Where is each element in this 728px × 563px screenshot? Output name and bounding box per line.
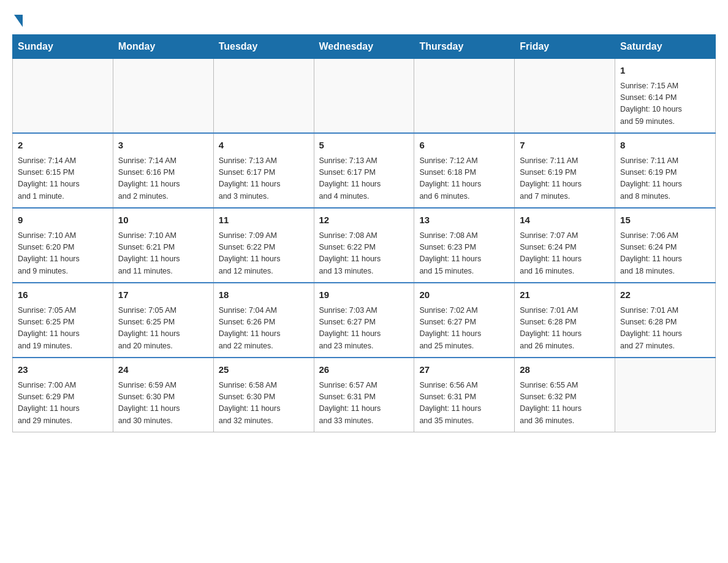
calendar-header-row: SundayMondayTuesdayWednesdayThursdayFrid… xyxy=(13,35,716,59)
logo-arrow-icon xyxy=(14,15,23,27)
calendar-cell: 2Sunrise: 7:14 AMSunset: 6:15 PMDaylight… xyxy=(13,133,113,208)
calendar-cell: 28Sunrise: 6:55 AMSunset: 6:32 PMDayligh… xyxy=(515,358,615,432)
day-info: Sunrise: 7:00 AMSunset: 6:29 PMDaylight:… xyxy=(18,380,108,427)
calendar-cell xyxy=(113,59,213,134)
weekday-header-tuesday: Tuesday xyxy=(213,35,314,59)
day-info: Sunrise: 7:11 AMSunset: 6:19 PMDaylight:… xyxy=(520,155,610,203)
day-number: 25 xyxy=(219,363,309,377)
logo-top xyxy=(12,12,23,27)
day-number: 12 xyxy=(319,213,409,228)
day-info: Sunrise: 7:01 AMSunset: 6:28 PMDaylight:… xyxy=(520,305,610,353)
calendar-cell xyxy=(615,358,716,432)
weekday-header-wednesday: Wednesday xyxy=(314,35,414,59)
calendar-cell: 3Sunrise: 7:14 AMSunset: 6:16 PMDaylight… xyxy=(113,133,213,208)
calendar-cell xyxy=(515,59,615,134)
day-info: Sunrise: 7:09 AMSunset: 6:22 PMDaylight:… xyxy=(219,230,309,278)
day-number: 16 xyxy=(18,288,108,302)
day-info: Sunrise: 6:59 AMSunset: 6:30 PMDaylight:… xyxy=(118,380,208,427)
day-number: 24 xyxy=(118,363,208,377)
calendar-week-row: 23Sunrise: 7:00 AMSunset: 6:29 PMDayligh… xyxy=(13,358,716,432)
calendar-cell xyxy=(414,59,515,134)
day-info: Sunrise: 7:14 AMSunset: 6:15 PMDaylight:… xyxy=(18,155,108,203)
day-info: Sunrise: 7:13 AMSunset: 6:17 PMDaylight:… xyxy=(219,155,309,203)
calendar-cell: 1Sunrise: 7:15 AMSunset: 6:14 PMDaylight… xyxy=(615,59,716,134)
day-info: Sunrise: 7:02 AMSunset: 6:27 PMDaylight:… xyxy=(419,305,509,353)
day-info: Sunrise: 7:05 AMSunset: 6:25 PMDaylight:… xyxy=(18,305,108,353)
day-info: Sunrise: 7:13 AMSunset: 6:17 PMDaylight:… xyxy=(319,155,409,203)
calendar-cell: 14Sunrise: 7:07 AMSunset: 6:24 PMDayligh… xyxy=(515,208,615,283)
logo xyxy=(12,12,23,25)
calendar-cell: 19Sunrise: 7:03 AMSunset: 6:27 PMDayligh… xyxy=(314,283,414,358)
calendar-table: SundayMondayTuesdayWednesdayThursdayFrid… xyxy=(12,34,716,432)
calendar-cell: 22Sunrise: 7:01 AMSunset: 6:28 PMDayligh… xyxy=(615,283,716,358)
day-number: 11 xyxy=(219,213,309,228)
day-info: Sunrise: 6:55 AMSunset: 6:32 PMDaylight:… xyxy=(520,380,610,427)
calendar-cell: 15Sunrise: 7:06 AMSunset: 6:24 PMDayligh… xyxy=(615,208,716,283)
calendar-week-row: 2Sunrise: 7:14 AMSunset: 6:15 PMDaylight… xyxy=(13,133,716,208)
weekday-header-thursday: Thursday xyxy=(414,35,515,59)
calendar-cell: 6Sunrise: 7:12 AMSunset: 6:18 PMDaylight… xyxy=(414,133,515,208)
weekday-header-monday: Monday xyxy=(113,35,213,59)
calendar-cell: 26Sunrise: 6:57 AMSunset: 6:31 PMDayligh… xyxy=(314,358,414,432)
calendar-cell: 12Sunrise: 7:08 AMSunset: 6:22 PMDayligh… xyxy=(314,208,414,283)
day-number: 9 xyxy=(18,213,108,228)
calendar-cell: 27Sunrise: 6:56 AMSunset: 6:31 PMDayligh… xyxy=(414,358,515,432)
calendar-cell: 5Sunrise: 7:13 AMSunset: 6:17 PMDaylight… xyxy=(314,133,414,208)
day-number: 8 xyxy=(620,139,710,153)
day-number: 3 xyxy=(118,139,208,153)
calendar-cell: 11Sunrise: 7:09 AMSunset: 6:22 PMDayligh… xyxy=(213,208,314,283)
calendar-cell: 24Sunrise: 6:59 AMSunset: 6:30 PMDayligh… xyxy=(113,358,213,432)
day-number: 5 xyxy=(319,139,409,153)
day-number: 10 xyxy=(118,213,208,228)
day-info: Sunrise: 7:08 AMSunset: 6:22 PMDaylight:… xyxy=(319,230,409,278)
day-info: Sunrise: 7:10 AMSunset: 6:20 PMDaylight:… xyxy=(18,230,108,278)
calendar-cell: 8Sunrise: 7:11 AMSunset: 6:19 PMDaylight… xyxy=(615,133,716,208)
day-number: 13 xyxy=(419,213,509,228)
calendar-cell: 10Sunrise: 7:10 AMSunset: 6:21 PMDayligh… xyxy=(113,208,213,283)
calendar-week-row: 1Sunrise: 7:15 AMSunset: 6:14 PMDaylight… xyxy=(13,59,716,134)
calendar-cell: 16Sunrise: 7:05 AMSunset: 6:25 PMDayligh… xyxy=(13,283,113,358)
day-number: 21 xyxy=(520,288,610,302)
calendar-cell: 9Sunrise: 7:10 AMSunset: 6:20 PMDaylight… xyxy=(13,208,113,283)
calendar-cell: 20Sunrise: 7:02 AMSunset: 6:27 PMDayligh… xyxy=(414,283,515,358)
day-number: 28 xyxy=(520,363,610,377)
calendar-cell: 18Sunrise: 7:04 AMSunset: 6:26 PMDayligh… xyxy=(213,283,314,358)
page-header xyxy=(12,12,716,25)
calendar-cell: 23Sunrise: 7:00 AMSunset: 6:29 PMDayligh… xyxy=(13,358,113,432)
calendar-cell: 13Sunrise: 7:08 AMSunset: 6:23 PMDayligh… xyxy=(414,208,515,283)
day-number: 7 xyxy=(520,139,610,153)
calendar-week-row: 16Sunrise: 7:05 AMSunset: 6:25 PMDayligh… xyxy=(13,283,716,358)
day-number: 2 xyxy=(18,139,108,153)
weekday-header-sunday: Sunday xyxy=(13,35,113,59)
day-number: 19 xyxy=(319,288,409,302)
day-info: Sunrise: 7:03 AMSunset: 6:27 PMDaylight:… xyxy=(319,305,409,353)
calendar-cell: 17Sunrise: 7:05 AMSunset: 6:25 PMDayligh… xyxy=(113,283,213,358)
day-number: 27 xyxy=(419,363,509,377)
calendar-cell: 25Sunrise: 6:58 AMSunset: 6:30 PMDayligh… xyxy=(213,358,314,432)
day-info: Sunrise: 6:56 AMSunset: 6:31 PMDaylight:… xyxy=(419,380,509,427)
weekday-header-friday: Friday xyxy=(515,35,615,59)
day-info: Sunrise: 7:06 AMSunset: 6:24 PMDaylight:… xyxy=(620,230,710,278)
day-info: Sunrise: 7:08 AMSunset: 6:23 PMDaylight:… xyxy=(419,230,509,278)
day-info: Sunrise: 6:58 AMSunset: 6:30 PMDaylight:… xyxy=(219,380,309,427)
day-number: 23 xyxy=(18,363,108,377)
calendar-week-row: 9Sunrise: 7:10 AMSunset: 6:20 PMDaylight… xyxy=(13,208,716,283)
day-number: 1 xyxy=(620,64,710,78)
day-number: 22 xyxy=(620,288,710,302)
calendar-cell xyxy=(314,59,414,134)
day-number: 4 xyxy=(219,139,309,153)
day-info: Sunrise: 6:57 AMSunset: 6:31 PMDaylight:… xyxy=(319,380,409,427)
weekday-header-saturday: Saturday xyxy=(615,35,716,59)
day-number: 26 xyxy=(319,363,409,377)
day-number: 17 xyxy=(118,288,208,302)
day-number: 15 xyxy=(620,213,710,228)
calendar-cell xyxy=(213,59,314,134)
calendar-cell xyxy=(13,59,113,134)
day-number: 18 xyxy=(219,288,309,302)
day-info: Sunrise: 7:04 AMSunset: 6:26 PMDaylight:… xyxy=(219,305,309,353)
day-info: Sunrise: 7:12 AMSunset: 6:18 PMDaylight:… xyxy=(419,155,509,203)
day-info: Sunrise: 7:15 AMSunset: 6:14 PMDaylight:… xyxy=(620,80,710,128)
day-info: Sunrise: 7:07 AMSunset: 6:24 PMDaylight:… xyxy=(520,230,610,278)
day-number: 14 xyxy=(520,213,610,228)
day-info: Sunrise: 7:10 AMSunset: 6:21 PMDaylight:… xyxy=(118,230,208,278)
